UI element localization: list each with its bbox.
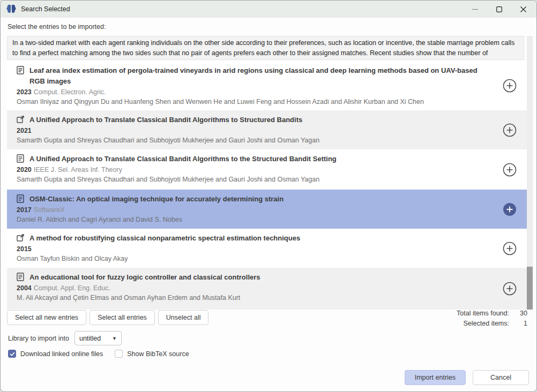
entry-journal: SoftwareX [34,206,65,214]
chevron-down-icon: ▼ [112,336,117,341]
plus-circle-icon [502,241,517,256]
maximize-button[interactable] [487,1,511,18]
abstract-text: In a two-sided market with each agent ra… [12,39,514,60]
article-icon [17,154,24,163]
scrollbar-thumb[interactable] [527,267,533,310]
show-bibtex-source-label[interactable]: Show BibTeX source [127,350,189,358]
entry-year: 2004 [17,284,32,292]
minimize-icon [472,6,478,12]
minimize-button[interactable] [463,1,487,18]
entry-authors: Osman Ilniyaz and Qingyun Du and Huanfen… [17,97,486,107]
check-icon [10,352,15,356]
add-entry-button[interactable] [502,162,517,177]
selected-items-value: 1 [511,320,527,327]
import-entries-button[interactable]: Import entries [405,370,466,385]
total-items-label: Total items found: [457,310,509,317]
entry-row[interactable]: A method for robustifying classical nonp… [7,229,527,268]
entry-year: 2020 [17,166,32,174]
entry-authors: Daniel R. Aldrich and Cagri Ayranci and … [17,215,486,224]
cancel-button[interactable]: Cancel [473,370,529,385]
entry-journal: Comput. Electron. Agric. [34,88,106,96]
entry-row-selected[interactable]: OSM-Classic: An optical imaging techniqu… [7,190,527,229]
entry-authors: M. Ali Akcayol and Çetin Elmas and Osman… [17,293,486,303]
totals-summary: Total items found: 30 Selected items: 1 [457,310,527,327]
select-all-entries-button[interactable]: Select all entries [89,310,155,325]
more-link[interactable]: (more) [25,59,44,60]
entry-title: An educational tool for fuzzy logic cont… [29,272,260,283]
jabref-logo-icon [6,4,17,14]
entry-row[interactable]: Leaf area index estimation of pergola-tr… [7,61,527,110]
plus-circle-icon [502,162,517,177]
entry-year: 2015 [17,245,32,253]
plus-circle-icon [502,78,517,93]
add-entry-button[interactable] [502,78,517,93]
plus-circle-icon [502,281,517,296]
close-button[interactable] [511,1,535,18]
entry-year: 2017 [17,206,32,214]
entry-title: A Unified Approach to Translate Classica… [29,154,337,164]
article-icon [17,194,24,203]
add-entry-button[interactable] [502,281,517,296]
select-all-new-entries-button[interactable]: Select all new entries [7,310,86,325]
entry-year: 2023 [17,88,32,96]
external-link-icon [17,233,24,242]
maximize-icon [496,6,502,12]
entry-authors: Osman Tayfun Biskin and Olcay Akay [17,254,486,263]
entry-year: 2021 [17,127,32,134]
article-icon [17,273,24,281]
entry-title: A method for robustifying classical nonp… [29,233,300,244]
entry-title: OSM-Classic: An optical imaging techniqu… [29,194,284,205]
total-items-value: 30 [511,310,527,317]
library-select[interactable]: untitled ▼ [74,331,122,345]
search-selected-dialog: Search Selected Select the entries to be… [0,0,537,392]
entry-row[interactable]: An educational tool for fuzzy logic cont… [7,268,527,310]
plus-circle-icon [502,123,517,138]
download-linked-files-checkbox[interactable] [8,350,16,358]
entry-title: A Unified Approach to Translate Classica… [29,115,302,125]
entry-row[interactable]: A Unified Approach to Translate Classica… [7,149,527,190]
entry-title: Leaf area index estimation of pergola-tr… [29,65,486,87]
download-linked-files-label[interactable]: Download linked online files [20,350,103,358]
instruction-label: Select the entries to be imported: [8,23,106,31]
article-icon [17,66,24,74]
entry-authors: Samarth Gupta and Shreyas Chaudhari and … [17,135,486,145]
close-icon [520,6,526,12]
scrollbar[interactable] [527,36,533,310]
add-entry-button[interactable] [502,123,517,138]
entry-row[interactable]: A Unified Approach to Translate Classica… [7,110,527,149]
titlebar: Search Selected [1,1,536,18]
library-label: Library to import into [8,335,69,342]
add-entry-button-selected[interactable] [502,202,517,217]
library-selected-value: untitled [79,335,101,342]
window-title: Search Selected [21,5,70,13]
entry-journal: Comput. Appl. Eng. Educ. [34,284,110,292]
show-bibtex-source-checkbox[interactable] [115,350,123,358]
unselect-all-button[interactable]: Unselect all [158,310,209,325]
selected-items-label: Selected items: [457,320,509,327]
entry-journal: IEEE J. Sel. Areas Inf. Theory [34,166,122,174]
add-entry-button[interactable] [502,241,517,256]
entry-authors: Samarth Gupta and Shreyas Chaudhari and … [17,175,486,184]
external-link-icon [17,115,24,124]
results-list: Leaf area index estimation of pergola-tr… [7,61,527,310]
abstract-preview: In a two-sided market with each agent ra… [7,36,524,60]
plus-circle-filled-icon [502,202,517,217]
